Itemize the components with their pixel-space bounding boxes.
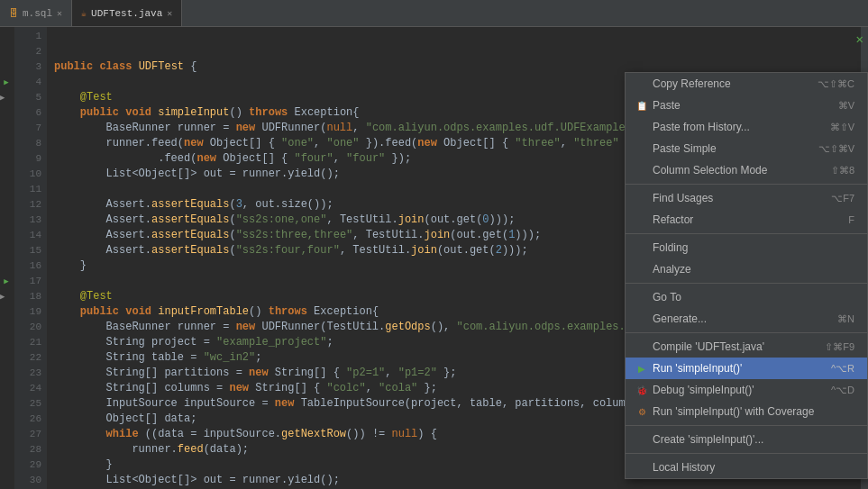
menu-analyze[interactable]: Analyze [626, 258, 867, 280]
code-line-16 [54, 275, 60, 287]
menu-column-selection-shortcut: ⇧⌘8 [831, 165, 854, 177]
run-gutter-btn-2[interactable]: ▶ [0, 274, 13, 289]
code-line-2: public class UDFTest { [54, 60, 196, 73]
menu-goto-label: Go To [653, 291, 836, 303]
code-line-23: String[] columns = new String[] { "colc"… [54, 382, 437, 394]
menu-copy-reference[interactable]: Copy Reference ⌥⇧⌘C [626, 73, 867, 95]
code-line-27: runner.feed(data); [54, 443, 249, 456]
menu-generate-shortcut: ⌘N [837, 313, 854, 325]
tab-udftest[interactable]: ☕ UDFTest.java ✕ [72, 0, 182, 26]
menu-debug-simple-input[interactable]: 🐞 Debug 'simpleInput()' ^⌥D [626, 379, 867, 401]
menu-run-with-coverage[interactable]: ⚙ Run 'simpleInput()' with Coverage [626, 401, 867, 422]
menu-sep-3 [626, 283, 867, 284]
code-line-26: while ((data = inputSource.getNextRow())… [54, 428, 437, 440]
menu-local-history[interactable]: Local History [626, 457, 867, 478]
menu-goto[interactable]: Go To [626, 286, 867, 308]
menu-paste-history-label: Paste from History... [653, 121, 812, 133]
menu-column-selection[interactable]: Column Selection Mode ⇧⌘8 [626, 159, 867, 181]
tab-udftest-label: UDFTest.java [91, 8, 162, 19]
code-line-18: public void inputFromTable() throws Exce… [54, 305, 379, 318]
menu-run-simple-input-shortcut: ^⌥R [831, 363, 854, 375]
menu-run-with-coverage-label: Run 'simpleInput()' with Coverage [653, 405, 836, 418]
editor-area: ✕ ▶ ▶ ▶ ▶ 1 2 [0, 27, 868, 489]
code-line-24: InputSource inputSource = new TableInput… [54, 397, 652, 410]
menu-paste-simple-label: Paste Simple [653, 142, 800, 155]
debug-icon: 🐞 [635, 385, 649, 395]
tab-mysql-close[interactable]: ✕ [57, 8, 62, 19]
menu-sep-1 [626, 184, 867, 185]
tab-mysql-label: m.sql [23, 8, 52, 19]
menu-compile[interactable]: Compile 'UDFTest.java' ⇧⌘F9 [626, 336, 867, 358]
menu-find-usages[interactable]: Find Usages ⌥F7 [626, 187, 867, 209]
menu-compile-shortcut: ⇧⌘F9 [825, 341, 854, 353]
menu-run-simple-input-label: Run 'simpleInput()' [653, 362, 813, 375]
menu-local-history-label: Local History [653, 461, 836, 474]
menu-debug-simple-input-label: Debug 'simpleInput()' [653, 384, 813, 396]
code-line-14: Assert.assertEquals("ss2s:four,four", Te… [54, 244, 528, 257]
code-line-5: public void simpleInput() throws Excepti… [54, 106, 360, 119]
run-gutter-btn-1[interactable]: ▶ [0, 75, 13, 90]
code-line-9: List<Object[]> out = runner.yield(); [54, 168, 340, 180]
menu-paste-history[interactable]: Paste from History... ⌘⇧V [626, 116, 867, 138]
menu-find-usages-label: Find Usages [653, 192, 813, 204]
menu-sep-5 [626, 425, 867, 426]
code-line-4: @Test [54, 91, 113, 104]
code-line-12: Assert.assertEquals("ss2s:one,one", Test… [54, 213, 515, 226]
code-line-19: BaseRunner runner = new UDFRunner(TestUt… [54, 321, 690, 333]
code-line-1 [54, 45, 60, 58]
menu-column-selection-label: Column Selection Mode [653, 164, 813, 177]
main-area: ✕ ▶ ▶ ▶ ▶ 1 2 [0, 27, 868, 489]
menu-compile-label: Compile 'UDFTest.java' [653, 340, 807, 353]
code-line-17: @Test [54, 290, 113, 303]
menu-sep-4 [626, 332, 867, 333]
menu-analyze-label: Analyze [653, 263, 836, 276]
code-line-8: .feed(new Object[] { "four", "four" }); [54, 152, 411, 165]
menu-refactor-shortcut: F [848, 214, 854, 225]
code-line-20: String project = "example_project"; [54, 336, 333, 349]
java-icon: ☕ [81, 8, 87, 19]
menu-debug-simple-input-shortcut: ^⌥D [831, 385, 854, 396]
code-line-10 [54, 183, 60, 195]
code-line-15: } [54, 259, 87, 272]
code-line-29: List<Object[]> out = runner.yield(); [54, 474, 340, 486]
code-line-3 [54, 76, 60, 88]
menu-generate-label: Generate... [653, 312, 819, 325]
menu-generate[interactable]: Generate... ⌘N [626, 308, 867, 330]
menu-refactor-label: Refactor [653, 213, 830, 226]
menu-paste-simple-shortcut: ⌥⇧⌘V [818, 143, 854, 155]
tab-mysql[interactable]: 🗄 m.sql ✕ [0, 0, 72, 26]
code-line-11: Assert.assertEquals(3, out.size()); [54, 198, 333, 211]
code-line-22: String[] partitions = new String[] { "p2… [54, 367, 457, 379]
menu-folding-label: Folding [653, 241, 836, 254]
menu-create-simple-input-label: Create 'simpleInput()'... [653, 433, 836, 446]
gutter-icons: ▶ ▶ ▶ ▶ [0, 27, 14, 489]
menu-paste[interactable]: 📋 Paste ⌘V [626, 95, 867, 116]
line-numbers: 1 2 3 4 5 6 7 8 9 10 11 12 13 14 15 16 1… [14, 27, 47, 489]
menu-paste-label: Paste [653, 99, 820, 112]
menu-find-usages-shortcut: ⌥F7 [831, 193, 854, 204]
code-line-25: Object[] data; [54, 412, 196, 425]
run-icon: ▶ [635, 364, 649, 374]
close-button[interactable]: ✕ [856, 32, 863, 47]
menu-paste-history-shortcut: ⌘⇧V [830, 122, 854, 133]
menu-sep-6 [626, 453, 867, 454]
context-menu: Copy Reference ⌥⇧⌘C 📋 Paste ⌘V Paste fro… [625, 72, 868, 479]
menu-create-simple-input[interactable]: Create 'simpleInput()'... [626, 429, 867, 450]
paste-icon: 📋 [635, 101, 649, 111]
code-line-7: runner.feed(new Object[] { "one", "one" … [54, 137, 638, 149]
code-line-13: Assert.assertEquals("ss2s:three,three", … [54, 229, 541, 241]
menu-paste-shortcut: ⌘V [838, 100, 854, 112]
tab-bar: 🗄 m.sql ✕ ☕ UDFTest.java ✕ [0, 0, 868, 27]
code-line-28: } [54, 458, 113, 471]
menu-run-simple-input[interactable]: ▶ Run 'simpleInput()' ^⌥R [626, 358, 867, 379]
menu-paste-simple[interactable]: Paste Simple ⌥⇧⌘V [626, 138, 867, 159]
menu-copy-reference-label: Copy Reference [653, 77, 799, 90]
menu-copy-reference-shortcut: ⌥⇧⌘C [818, 78, 854, 90]
menu-sep-2 [626, 233, 867, 234]
coverage-icon: ⚙ [635, 407, 649, 417]
menu-refactor[interactable]: Refactor F [626, 209, 867, 231]
tab-udftest-close[interactable]: ✕ [167, 8, 172, 19]
code-line-21: String table = "wc_in2"; [54, 351, 261, 364]
menu-folding[interactable]: Folding [626, 237, 867, 258]
code-line-6: BaseRunner runner = new UDFRunner(null, … [54, 122, 644, 134]
